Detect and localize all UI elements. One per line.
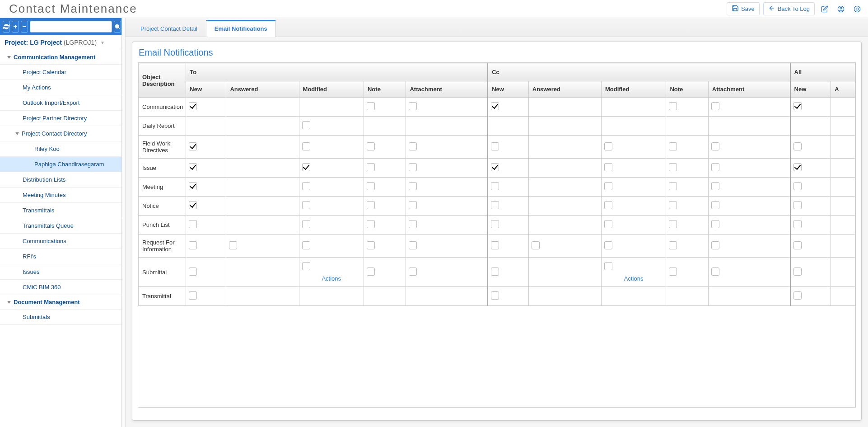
- save-button[interactable]: Save: [727, 2, 760, 15]
- grid-scroll[interactable]: Object DescriptionToCcAllNewAnsweredModi…: [138, 62, 856, 408]
- checkbox[interactable]: [711, 163, 719, 171]
- tree-item[interactable]: Riley Koo: [0, 141, 121, 157]
- tree-item[interactable]: CMiC BIM 360: [0, 280, 121, 295]
- checkbox[interactable]: [711, 182, 719, 190]
- checkbox[interactable]: [409, 142, 417, 150]
- checkbox[interactable]: [604, 142, 612, 150]
- checkbox[interactable]: [491, 163, 499, 171]
- checkbox[interactable]: [302, 121, 310, 129]
- tree-item[interactable]: RFI's: [0, 249, 121, 264]
- checkbox[interactable]: [793, 201, 802, 209]
- checkbox[interactable]: [409, 220, 417, 228]
- checkbox[interactable]: [711, 220, 719, 228]
- checkbox[interactable]: [409, 201, 417, 209]
- checkbox[interactable]: [189, 241, 197, 249]
- checkbox[interactable]: [302, 220, 310, 228]
- checkbox[interactable]: [669, 220, 677, 228]
- checkbox[interactable]: [669, 163, 677, 171]
- checkbox[interactable]: [189, 163, 197, 171]
- help-button[interactable]: [851, 3, 863, 15]
- checkbox[interactable]: [793, 220, 802, 228]
- tree-item[interactable]: Paphiga Chandirasegaram: [0, 157, 121, 172]
- tab[interactable]: Email Notifications: [206, 20, 276, 37]
- checkbox[interactable]: [532, 241, 540, 249]
- checkbox[interactable]: [669, 142, 677, 150]
- sidebar-hscroll[interactable]: [0, 420, 121, 427]
- tree-item[interactable]: Meeting Minutes: [0, 188, 121, 203]
- checkbox[interactable]: [491, 241, 499, 249]
- checkbox[interactable]: [491, 267, 499, 276]
- checkbox[interactable]: [669, 201, 677, 209]
- checkbox[interactable]: [793, 241, 802, 249]
- splitter[interactable]: [122, 18, 126, 427]
- checkbox[interactable]: [409, 163, 417, 171]
- tree-item[interactable]: Transmittals Queue: [0, 218, 121, 234]
- tree-item[interactable]: Project Partner Directory: [0, 111, 121, 126]
- checkbox[interactable]: [367, 241, 375, 249]
- tab[interactable]: Project Contact Detail: [132, 20, 206, 37]
- tree-group[interactable]: Document Management: [0, 295, 121, 310]
- actions-link[interactable]: Actions: [604, 275, 663, 282]
- checkbox[interactable]: [604, 201, 612, 209]
- checkbox[interactable]: [302, 182, 310, 190]
- checkbox[interactable]: [793, 102, 802, 110]
- checkbox[interactable]: [491, 220, 499, 228]
- expand-button[interactable]: [12, 21, 19, 33]
- actions-link[interactable]: Actions: [302, 275, 361, 282]
- sidebar-tree[interactable]: Project: LG Project (LGPROJ1) ▼ Communic…: [0, 35, 121, 420]
- checkbox[interactable]: [367, 267, 375, 276]
- checkbox[interactable]: [302, 163, 310, 171]
- checkbox[interactable]: [491, 201, 499, 209]
- checkbox[interactable]: [409, 267, 417, 276]
- checkbox[interactable]: [367, 220, 375, 228]
- checkbox[interactable]: [409, 241, 417, 249]
- checkbox[interactable]: [711, 241, 719, 249]
- project-selector[interactable]: Project: LG Project (LGPROJ1) ▼: [0, 35, 121, 50]
- checkbox[interactable]: [669, 102, 677, 110]
- checkbox[interactable]: [302, 201, 310, 209]
- checkbox[interactable]: [189, 220, 197, 228]
- checkbox[interactable]: [669, 241, 677, 249]
- checkbox[interactable]: [604, 182, 612, 190]
- tree-item[interactable]: Distribution Lists: [0, 172, 121, 188]
- checkbox[interactable]: [367, 102, 375, 110]
- checkbox[interactable]: [491, 291, 499, 300]
- checkbox[interactable]: [793, 291, 802, 300]
- back-button[interactable]: Back To Log: [763, 2, 815, 15]
- user-button[interactable]: [835, 3, 847, 15]
- checkbox[interactable]: [793, 182, 802, 190]
- checkbox[interactable]: [367, 182, 375, 190]
- checkbox[interactable]: [367, 163, 375, 171]
- checkbox[interactable]: [669, 267, 677, 276]
- checkbox[interactable]: [189, 291, 197, 300]
- tree-item[interactable]: Project Contact Directory: [0, 126, 121, 141]
- tree-group[interactable]: Communication Management: [0, 50, 121, 65]
- checkbox[interactable]: [409, 102, 417, 110]
- checkbox[interactable]: [367, 201, 375, 209]
- checkbox[interactable]: [229, 241, 237, 249]
- sidebar-search-input[interactable]: [30, 21, 112, 33]
- checkbox[interactable]: [189, 102, 197, 110]
- checkbox[interactable]: [367, 142, 375, 150]
- checkbox[interactable]: [669, 182, 677, 190]
- checkbox[interactable]: [189, 142, 197, 150]
- collapse-button[interactable]: [21, 21, 28, 33]
- checkbox[interactable]: [793, 142, 802, 150]
- checkbox[interactable]: [491, 182, 499, 190]
- tree-item[interactable]: Outlook Import/Export: [0, 95, 121, 111]
- refresh-button[interactable]: [3, 21, 10, 33]
- checkbox[interactable]: [711, 142, 719, 150]
- checkbox[interactable]: [604, 220, 612, 228]
- checkbox[interactable]: [793, 267, 802, 276]
- tree-item[interactable]: Transmittals: [0, 203, 121, 218]
- checkbox[interactable]: [189, 182, 197, 190]
- grid-hscroll[interactable]: [138, 409, 856, 417]
- checkbox[interactable]: [189, 267, 197, 276]
- checkbox[interactable]: [793, 163, 802, 171]
- checkbox[interactable]: [491, 102, 499, 110]
- tree-item[interactable]: Project Calendar: [0, 65, 121, 80]
- checkbox[interactable]: [189, 201, 197, 209]
- search-button[interactable]: [114, 21, 121, 33]
- checkbox[interactable]: [711, 102, 719, 110]
- tree-item[interactable]: Submittals: [0, 310, 121, 325]
